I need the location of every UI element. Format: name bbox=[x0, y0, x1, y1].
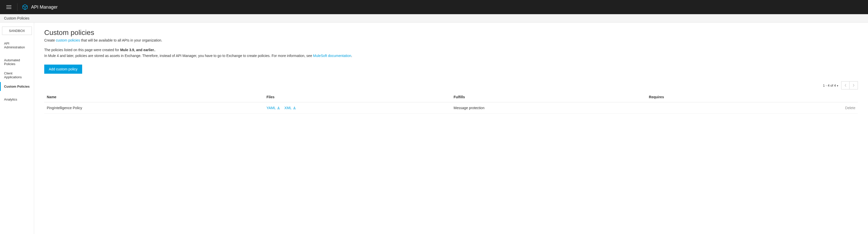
policy-actions-cell: Delete bbox=[793, 102, 858, 114]
pagination-bar: 1 - 4 of 4▾ bbox=[44, 81, 858, 89]
info-line2-suffix: . bbox=[351, 54, 352, 58]
download-icon bbox=[277, 106, 280, 110]
info-line1-suffix: . bbox=[155, 48, 156, 52]
sidebar-item-automated-policies[interactable]: Automated Policies bbox=[0, 56, 34, 68]
chevron-right-icon bbox=[852, 84, 855, 87]
policy-requires-cell bbox=[646, 102, 793, 114]
sidebar-item-analytics[interactable]: Analytics bbox=[0, 95, 34, 104]
yaml-download-link[interactable]: YAML bbox=[267, 106, 280, 110]
hamburger-menu-icon[interactable] bbox=[5, 4, 13, 10]
main-content: Custom policies Create custom policies t… bbox=[34, 23, 868, 234]
header-divider bbox=[17, 3, 18, 11]
info-line-1: The policies listed on this page were cr… bbox=[44, 47, 858, 53]
delete-policy-link[interactable]: Delete bbox=[845, 106, 855, 110]
pagination-prev-button[interactable] bbox=[841, 82, 849, 89]
breadcrumb-bar: Custom Policies bbox=[0, 14, 868, 23]
table-header-actions bbox=[793, 92, 858, 102]
info-line2-prefix: In Mule 4 and later, policies are stored… bbox=[44, 54, 313, 58]
pagination-range: 1 - 4 of 4 bbox=[823, 84, 836, 87]
pagination-next-button[interactable] bbox=[849, 82, 858, 89]
page-title: Custom policies bbox=[44, 29, 858, 37]
custom-policies-link[interactable]: custom policies bbox=[56, 38, 80, 42]
table-row: PingIntelligence Policy YAML XML bbox=[44, 102, 858, 114]
table-header-name: Name bbox=[44, 92, 264, 102]
sidebar-item-client-applications[interactable]: Client Applications bbox=[0, 69, 34, 82]
policies-table: Name Files Fulfills Requires PingIntelli… bbox=[44, 92, 858, 114]
table-header-fulfills: Fulfills bbox=[451, 92, 646, 102]
top-header: API Manager bbox=[0, 0, 868, 14]
chevron-left-icon bbox=[844, 84, 846, 87]
info-line1-bold: Mule 3.9, and earlier. bbox=[120, 48, 155, 52]
info-line1-prefix: The policies listed on this page were cr… bbox=[44, 48, 120, 52]
environment-selector[interactable]: SANDBOX bbox=[2, 27, 32, 35]
subtitle-suffix: that will be available to all APIs in yo… bbox=[80, 38, 162, 42]
table-header-row: Name Files Fulfills Requires bbox=[44, 92, 858, 102]
sidebar: SANDBOX API Administration Automated Pol… bbox=[0, 23, 34, 234]
add-custom-policy-button[interactable]: Add custom policy bbox=[44, 64, 82, 74]
yaml-label: YAML bbox=[267, 106, 276, 110]
policy-name-cell: PingIntelligence Policy bbox=[44, 102, 264, 114]
app-title: API Manager bbox=[31, 5, 58, 10]
xml-label: XML bbox=[284, 106, 292, 110]
xml-download-link[interactable]: XML bbox=[284, 106, 296, 110]
page-subtitle: Create custom policies that will be avai… bbox=[44, 38, 858, 42]
table-header-files: Files bbox=[264, 92, 451, 102]
mulesoft-documentation-link[interactable]: MuleSoft documentation bbox=[313, 54, 351, 58]
pagination-text[interactable]: 1 - 4 of 4▾ bbox=[823, 84, 838, 87]
pagination-buttons bbox=[841, 81, 858, 89]
subtitle-prefix: Create bbox=[44, 38, 56, 42]
chevron-down-icon: ▾ bbox=[837, 84, 838, 87]
sidebar-item-custom-policies[interactable]: Custom Policies bbox=[0, 82, 34, 91]
table-header-requires: Requires bbox=[646, 92, 793, 102]
breadcrumb-current: Custom Policies bbox=[4, 16, 29, 20]
sidebar-item-api-administration[interactable]: API Administration bbox=[0, 39, 34, 52]
policy-fulfills-cell: Message protection bbox=[451, 102, 646, 114]
info-block: The policies listed on this page were cr… bbox=[44, 47, 858, 58]
info-line-2: In Mule 4 and later, policies are stored… bbox=[44, 53, 858, 58]
policy-files-cell: YAML XML bbox=[264, 102, 451, 114]
api-manager-logo-icon bbox=[22, 4, 28, 10]
download-icon bbox=[293, 106, 296, 110]
